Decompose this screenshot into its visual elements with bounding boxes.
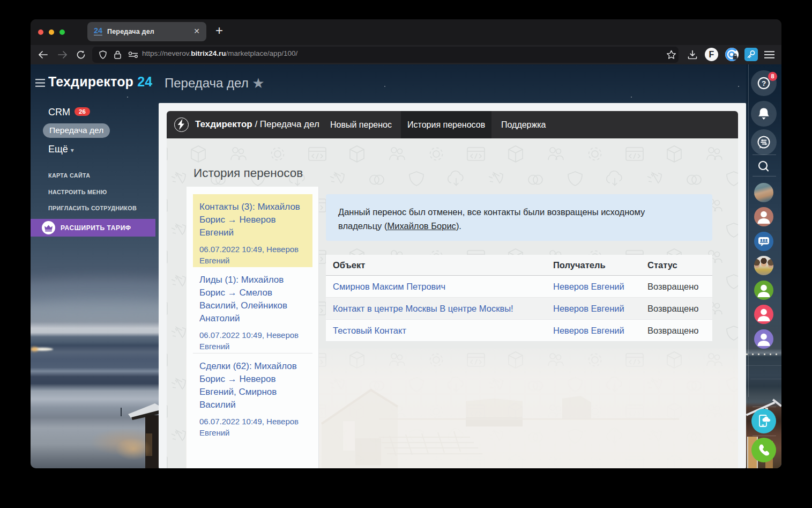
svg-text:?: ? bbox=[762, 79, 766, 87]
